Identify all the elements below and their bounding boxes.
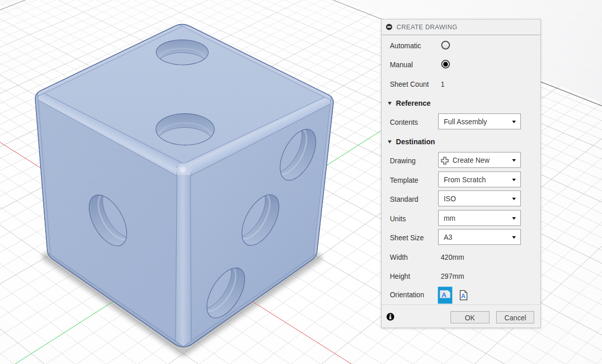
svg-text:A: A: [461, 293, 465, 300]
svg-text:A: A: [442, 291, 447, 299]
